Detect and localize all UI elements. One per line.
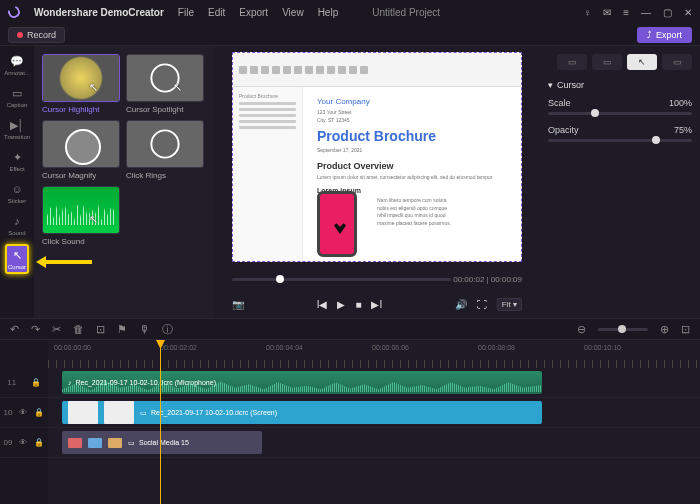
playhead[interactable] — [160, 340, 161, 504]
track-audio[interactable]: ♪ Rec_2021-09-17 10-02-10.dcrc (Micropho… — [48, 368, 700, 398]
delete-button[interactable]: 🗑 — [73, 323, 84, 335]
action-bar: Record ⤴ Export — [0, 24, 700, 46]
track-media[interactable]: ▭ Social Media 15 — [48, 428, 700, 458]
transition-icon: ▶│ — [10, 118, 24, 132]
side-tabs: 💬Annotat... ▭Caption ▶│Transition ✦Effec… — [0, 46, 34, 318]
effect-icon: ✦ — [10, 150, 24, 164]
menu-help[interactable]: Help — [318, 7, 339, 18]
doc-toolbar — [233, 53, 521, 87]
eye-icon[interactable]: 👁 — [19, 438, 27, 447]
sound-icon: ♪ — [10, 214, 24, 228]
zoom-in-button[interactable]: ⊕ — [660, 323, 669, 336]
effect-cursor-magnify[interactable]: Cursor Magnify — [42, 120, 120, 180]
prop-scale: Scale100% — [548, 98, 692, 115]
menu-edit[interactable]: Edit — [208, 7, 225, 18]
volume-icon[interactable]: 🔊 — [455, 299, 467, 310]
tab-annotate[interactable]: 💬Annotat... — [5, 52, 29, 78]
account-icon[interactable]: ♀ — [584, 7, 592, 18]
lock-icon[interactable]: 🔒 — [34, 408, 44, 417]
track-head-11[interactable]: 11🔒 — [0, 368, 48, 398]
track-headers: 11🔒 10👁🔒 09👁🔒 — [0, 340, 48, 504]
media-icon: ▭ — [128, 439, 135, 447]
prop-tab-1[interactable]: ▭ — [557, 54, 587, 70]
cursor-icon: ↖ — [10, 248, 24, 262]
effect-cursor-spotlight[interactable]: ↖ Cursor Spotlight — [126, 54, 204, 114]
play-controls: 📷 I◀ ▶ ■ ▶I 🔊 ⛶ Fit ▾ — [232, 292, 522, 316]
crop-button[interactable]: ⊡ — [96, 323, 105, 336]
lock-icon[interactable]: 🔒 — [31, 378, 41, 387]
effect-click-sound[interactable]: ↖ Click Sound — [42, 186, 120, 246]
zoom-fit-select[interactable]: Fit ▾ — [497, 298, 522, 311]
effects-panel: ↖ Cursor Highlight ↖ Cursor Spotlight Cu… — [34, 46, 214, 318]
menu-export[interactable]: Export — [239, 7, 268, 18]
effect-click-rings[interactable]: Click Rings — [126, 120, 204, 180]
callout-arrow — [36, 256, 92, 268]
doc-sidebar: Product Brochure — [233, 87, 303, 261]
mic-button[interactable]: 🎙 — [139, 323, 150, 335]
caption-icon: ▭ — [10, 86, 24, 100]
record-dot-icon — [17, 32, 23, 38]
main-area: 💬Annotat... ▭Caption ▶│Transition ✦Effec… — [0, 46, 700, 318]
project-title: Untitled Project — [372, 7, 569, 18]
eye-icon[interactable]: 👁 — [19, 408, 27, 417]
tab-sticker[interactable]: ☺Sticker — [5, 180, 29, 206]
prop-tab-4[interactable]: ▭ — [662, 54, 692, 70]
next-button[interactable]: ▶I — [371, 299, 382, 310]
phone-graphic — [317, 191, 357, 257]
clip-microphone[interactable]: ♪ Rec_2021-09-17 10-02-10.dcrc (Micropho… — [62, 371, 542, 394]
snapshot-button[interactable]: 📷 — [232, 299, 244, 310]
minimize-icon[interactable]: — — [641, 7, 651, 18]
app-name: Wondershare DemoCreator — [34, 7, 164, 18]
close-icon[interactable]: ✕ — [684, 7, 692, 18]
timeline-ruler[interactable]: 00:00:00:00 00:00:02:02 00:00:04:04 00:0… — [48, 340, 700, 368]
prop-tab-3[interactable]: ↖ — [627, 54, 657, 70]
doc-company: Your Company — [317, 97, 507, 106]
menu-file[interactable]: File — [178, 7, 194, 18]
seek-bar[interactable] — [232, 278, 451, 281]
prop-section-cursor[interactable]: ▾ Cursor — [548, 80, 692, 90]
seek-bar-row: 00:00:02 | 00:00:09 — [232, 268, 522, 290]
lock-icon[interactable]: 🔒 — [34, 438, 44, 447]
settings-icon[interactable]: ≡ — [623, 7, 629, 18]
maximize-icon[interactable]: ▢ — [663, 7, 672, 18]
undo-button[interactable]: ↶ — [10, 323, 19, 336]
main-menu: File Edit Export View Help — [178, 7, 338, 18]
record-button[interactable]: Record — [8, 27, 65, 43]
record-label: Record — [27, 30, 56, 40]
play-button[interactable]: ▶ — [337, 299, 345, 310]
fullscreen-icon[interactable]: ⛶ — [477, 299, 487, 310]
tab-caption[interactable]: ▭Caption — [5, 84, 29, 110]
track-head-10[interactable]: 10👁🔒 — [0, 398, 48, 428]
sticker-icon: ☺ — [10, 182, 24, 196]
effect-cursor-highlight[interactable]: ↖ Cursor Highlight — [42, 54, 120, 114]
opacity-slider[interactable] — [548, 139, 692, 142]
preview-canvas[interactable]: Product Brochure Your Company 123 Your S… — [232, 52, 522, 262]
menu-view[interactable]: View — [282, 7, 304, 18]
message-icon[interactable]: ✉ — [603, 7, 611, 18]
tab-sound[interactable]: ♪Sound — [5, 212, 29, 238]
timeline: 11🔒 10👁🔒 09👁🔒 00:00:00:00 00:00:02:02 00… — [0, 340, 700, 504]
timeline-toolbar: ↶ ↷ ✂ 🗑 ⊡ ⚑ 🎙 ⓘ ⊖ ⊕ ⊡ — [0, 318, 700, 340]
video-icon: ▭ — [140, 409, 147, 417]
timeline-body[interactable]: 00:00:00:00 00:00:02:02 00:00:04:04 00:0… — [48, 340, 700, 504]
prop-opacity: Opacity75% — [548, 125, 692, 142]
clip-social-media[interactable]: ▭ Social Media 15 — [62, 431, 262, 454]
clip-screen[interactable]: ▭ Rec_2021-09-17 10-02-10.dcrc (Screen) — [62, 401, 542, 424]
zoom-fit-button[interactable]: ⊡ — [681, 323, 690, 336]
more-button[interactable]: ⓘ — [162, 322, 173, 337]
split-button[interactable]: ✂ — [52, 323, 61, 336]
export-button[interactable]: ⤴ Export — [637, 27, 692, 43]
scale-slider[interactable] — [548, 112, 692, 115]
tab-cursor[interactable]: ↖Cursor — [5, 244, 29, 274]
redo-button[interactable]: ↷ — [31, 323, 40, 336]
marker-button[interactable]: ⚑ — [117, 323, 127, 336]
stop-button[interactable]: ■ — [355, 299, 361, 310]
zoom-out-button[interactable]: ⊖ — [577, 323, 586, 336]
prev-button[interactable]: I◀ — [317, 299, 328, 310]
tab-effect[interactable]: ✦Effect — [5, 148, 29, 174]
track-head-09[interactable]: 09👁🔒 — [0, 428, 48, 458]
prop-tab-2[interactable]: ▭ — [592, 54, 622, 70]
zoom-slider[interactable] — [598, 328, 648, 331]
track-video[interactable]: ▭ Rec_2021-09-17 10-02-10.dcrc (Screen) — [48, 398, 700, 428]
tab-transition[interactable]: ▶│Transition — [5, 116, 29, 142]
